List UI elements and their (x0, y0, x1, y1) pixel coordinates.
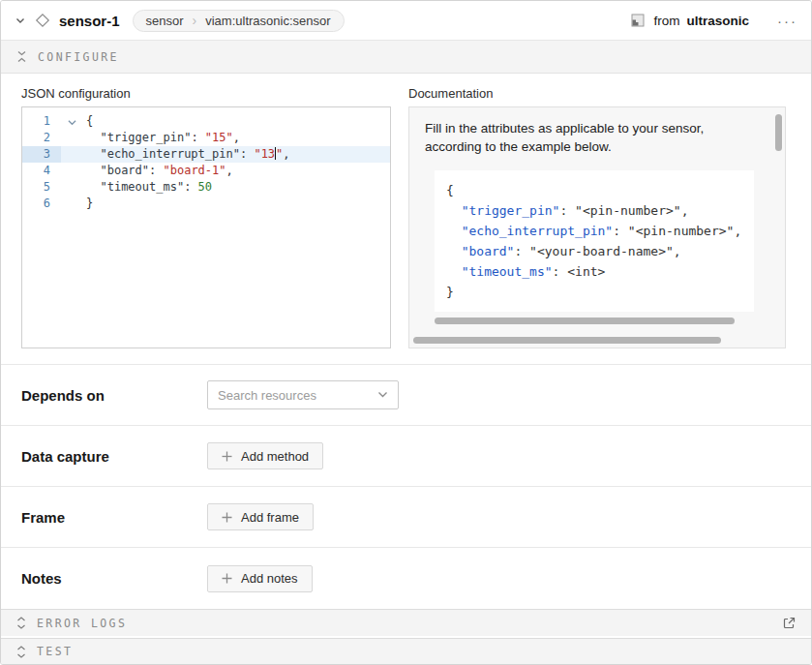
resource-name: sensor-1 (59, 13, 120, 29)
code-token-string: "13 (254, 147, 275, 161)
editor-line-content[interactable]: "board": "board-1", (61, 163, 390, 179)
editor-line[interactable]: 5 "timeout_ms": 50 (22, 179, 390, 196)
code-horizontal-scrollbar[interactable] (435, 317, 742, 324)
code-token-key: "echo_interrupt_pin" (100, 147, 240, 161)
expand-section-icon[interactable] (16, 617, 26, 629)
code-token: : "<pin-number>", (613, 224, 741, 238)
notes-label: Notes (21, 570, 207, 587)
editor-line[interactable]: 1{ (22, 113, 390, 130)
add-notes-button[interactable]: Add notes (207, 565, 313, 592)
code-token: : (184, 180, 197, 194)
add-method-label: Add method (241, 449, 309, 464)
configure-panels: JSON configuration 1{2 "trigger_pin": "1… (1, 74, 811, 364)
code-token: { (446, 183, 454, 197)
code-token: } (86, 196, 93, 210)
depends-on-label: Depends on (21, 387, 207, 404)
expand-section-icon[interactable] (16, 646, 26, 658)
add-frame-label: Add frame (241, 510, 299, 525)
code-token-string: "board-1" (163, 164, 226, 177)
documentation-intro: Fill in the attributes as applicable to … (425, 119, 750, 156)
resource-type-label: sensor (146, 14, 184, 28)
editor-line-content[interactable]: { (61, 113, 390, 130)
code-token: : "<pin-number>", (559, 203, 688, 218)
frame-label: Frame (21, 509, 207, 526)
depends-on-select[interactable]: Search resources (207, 380, 399, 409)
module-name: ultrasonic (686, 14, 749, 28)
badge-chevron-icon: › (193, 14, 197, 27)
code-token: : (191, 131, 204, 144)
doc-code-line: } (446, 282, 742, 302)
code-token: } (446, 285, 454, 299)
data-capture-row: Data capture Add method (1, 425, 811, 486)
resource-type-badge: sensor › viam:ultrasonic:sensor (133, 10, 345, 32)
documentation-panel: Fill in the attributes as applicable to … (408, 106, 786, 348)
scrollbar-thumb[interactable] (413, 337, 721, 344)
code-token (86, 180, 100, 194)
editor-line-number: 3 (22, 146, 61, 163)
code-token (446, 203, 462, 218)
data-capture-label: Data capture (21, 448, 207, 465)
module-source: from ultrasonic (653, 14, 749, 28)
plus-icon (222, 573, 232, 584)
code-token (86, 164, 100, 177)
code-token-key: "board" (100, 164, 149, 177)
add-notes-label: Add notes (241, 571, 298, 586)
frame-row: Frame Add frame (1, 486, 811, 547)
code-token (446, 224, 462, 238)
add-frame-button[interactable]: Add frame (207, 503, 314, 530)
editor-line-number: 4 (22, 163, 61, 179)
doc-vertical-scrollbar[interactable] (775, 114, 782, 151)
resource-card: sensor-1 sensor › viam:ultrasonic:sensor… (0, 0, 812, 665)
code-token (86, 131, 100, 144)
code-token: , (226, 164, 233, 177)
documentation-label: Documentation (408, 86, 786, 101)
depends-on-row: Depends on Search resources (1, 364, 811, 425)
open-in-new-window-icon[interactable] (783, 617, 796, 629)
editor-line[interactable]: 2 "trigger_pin": "15", (22, 130, 390, 146)
depends-on-placeholder: Search resources (218, 388, 316, 403)
code-token: , (283, 147, 289, 161)
resource-model-label: viam:ultrasonic:sensor (205, 14, 330, 28)
doc-code-line: "trigger_pin": "<pin-number>", (446, 200, 742, 221)
editor-line[interactable]: 3 "echo_interrupt_pin": "13", (22, 146, 390, 163)
editor-line-number: 1 (22, 113, 61, 130)
editor-line-content[interactable]: "timeout_ms": 50 (61, 179, 390, 196)
configure-section-title: CONFIGURE (38, 50, 119, 64)
code-token (86, 147, 100, 161)
code-token (446, 244, 462, 258)
code-token-key: "timeout_ms" (100, 180, 184, 194)
json-configuration-label: JSON configuration (21, 86, 391, 101)
test-section-header[interactable]: TEST (1, 638, 811, 664)
editor-line-number: 6 (22, 196, 61, 212)
doc-code-line: "echo_interrupt_pin": "<pin-number>", (446, 221, 742, 241)
code-token-key: "trigger_pin" (462, 203, 560, 218)
code-token (446, 264, 462, 279)
resource-header: sensor-1 sensor › viam:ultrasonic:sensor… (1, 1, 811, 41)
editor-line-content[interactable]: "trigger_pin": "15", (61, 130, 390, 146)
collapse-chevron-icon[interactable] (15, 15, 26, 26)
more-menu-button[interactable]: ··· (777, 13, 797, 29)
collapse-section-icon[interactable] (16, 50, 27, 63)
editor-line-content[interactable]: "echo_interrupt_pin": "13", (61, 146, 390, 163)
doc-code-line: "timeout_ms": <int> (446, 261, 742, 282)
module-icon (631, 14, 645, 27)
code-token: { (86, 114, 93, 128)
doc-horizontal-scrollbar[interactable] (413, 337, 733, 344)
notes-row: Notes Add notes (1, 547, 811, 609)
error-logs-section-header[interactable]: ERROR LOGS (1, 609, 811, 636)
configure-section-header[interactable]: CONFIGURE (1, 41, 811, 74)
chevron-down-icon (377, 391, 388, 399)
doc-code-line: { (446, 180, 742, 200)
code-token: : (240, 147, 254, 161)
plus-icon (222, 512, 232, 523)
code-token: , (233, 131, 240, 144)
editor-line[interactable]: 6} (22, 196, 390, 212)
code-token-string: "15" (205, 131, 233, 144)
editor-line-number: 5 (22, 179, 61, 196)
add-method-button[interactable]: Add method (207, 442, 323, 469)
scrollbar-thumb[interactable] (435, 317, 735, 324)
editor-line-content[interactable]: } (61, 196, 390, 212)
json-editor[interactable]: 1{2 "trigger_pin": "15",3 "echo_interrup… (21, 106, 391, 348)
code-token-key: "board" (462, 244, 515, 258)
editor-line[interactable]: 4 "board": "board-1", (22, 163, 390, 179)
